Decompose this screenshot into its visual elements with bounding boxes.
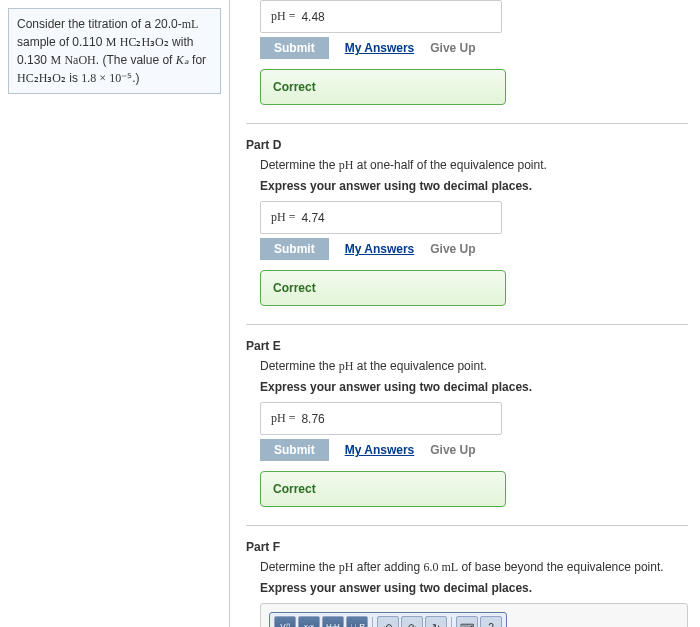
- equation-toolbar: V▯ x·x H·H ↓↓ R ↶ ↷ ↻ ⌨ ?: [269, 612, 507, 627]
- unit-mL: mL: [441, 560, 458, 574]
- ka-symbol: Kₐ: [176, 53, 189, 67]
- give-up-link[interactable]: Give Up: [430, 443, 475, 457]
- ph-var: pH: [339, 560, 354, 574]
- base-formula: NaOH: [64, 53, 95, 67]
- part-instructions: Express your answer using two decimal pl…: [260, 179, 688, 193]
- template-button-2[interactable]: x·x: [298, 616, 320, 627]
- ph-var: pH: [339, 158, 354, 172]
- acid-formula: HC₂H₃O₂: [120, 35, 169, 49]
- give-up-link[interactable]: Give Up: [430, 41, 475, 55]
- give-up-link[interactable]: Give Up: [430, 242, 475, 256]
- part-title: Part D: [246, 138, 688, 152]
- answer-display: pH = 4.74: [260, 201, 502, 234]
- problem-text: .): [132, 71, 139, 85]
- submit-button[interactable]: Submit: [260, 238, 329, 260]
- answer-value: 8.76: [301, 412, 324, 426]
- problem-text: Consider the titration of a 20.0-: [17, 17, 182, 31]
- submit-button[interactable]: Submit: [260, 37, 329, 59]
- problem-text: sample of 0.110: [17, 35, 106, 49]
- toolbar-separator: [372, 617, 373, 627]
- ph-label: pH =: [271, 210, 295, 225]
- part-instructions: Express your answer using two decimal pl…: [260, 380, 688, 394]
- answer-editor: V▯ x·x H·H ↓↓ R ↶ ↷ ↻ ⌨ ? pH =: [260, 603, 688, 627]
- part-prompt: Determine the pH at one-half of the equi…: [260, 158, 688, 173]
- undo-icon[interactable]: ↶: [377, 616, 399, 627]
- correct-feedback: Correct: [260, 69, 506, 105]
- ka-value: 1.8 × 10⁻⁵: [81, 71, 132, 85]
- unit-M: M: [50, 53, 61, 67]
- part-title: Part E: [246, 339, 688, 353]
- problem-statement: Consider the titration of a 20.0-mL samp…: [8, 8, 221, 94]
- amount: 6.0: [423, 560, 441, 574]
- correct-feedback: Correct: [260, 270, 506, 306]
- help-icon[interactable]: ?: [480, 616, 502, 627]
- part-separator: [246, 525, 688, 526]
- unit-mL: mL: [182, 17, 199, 31]
- correct-feedback: Correct: [260, 471, 506, 507]
- answer-value: 4.74: [301, 211, 324, 225]
- acid-formula: HC₂H₃O₂: [17, 71, 66, 85]
- unit-M: M: [106, 35, 117, 49]
- part-separator: [246, 123, 688, 124]
- my-answers-link[interactable]: My Answers: [345, 242, 415, 256]
- redo-icon[interactable]: ↷: [401, 616, 423, 627]
- submit-button[interactable]: Submit: [260, 439, 329, 461]
- template-button-1[interactable]: V▯: [274, 616, 296, 627]
- part-e: Part E Determine the pH at the equivalen…: [246, 339, 688, 507]
- problem-text: is: [66, 71, 81, 85]
- keyboard-icon[interactable]: ⌨: [456, 616, 478, 627]
- template-button-4[interactable]: ↓↓ R: [346, 616, 368, 627]
- toolbar-separator: [451, 617, 452, 627]
- problem-text: for: [189, 53, 206, 67]
- template-button-3[interactable]: H·H: [322, 616, 344, 627]
- part-title: Part F: [246, 540, 688, 554]
- reset-icon[interactable]: ↻: [425, 616, 447, 627]
- answer-value: 4.48: [301, 10, 324, 24]
- problem-text: . (The value of: [96, 53, 176, 67]
- part-instructions: Express your answer using two decimal pl…: [260, 581, 688, 595]
- answer-display: pH = 4.48: [260, 0, 502, 33]
- my-answers-link[interactable]: My Answers: [345, 443, 415, 457]
- part-prompt: Determine the pH at the equivalence poin…: [260, 359, 688, 374]
- part-f: Part F Determine the pH after adding 6.0…: [246, 540, 688, 627]
- part-d: Part D Determine the pH at one-half of t…: [246, 138, 688, 306]
- ph-var: pH: [339, 359, 354, 373]
- ph-label: pH =: [271, 411, 295, 426]
- my-answers-link[interactable]: My Answers: [345, 41, 415, 55]
- part-separator: [246, 324, 688, 325]
- ph-label: pH =: [271, 9, 295, 24]
- answer-display: pH = 8.76: [260, 402, 502, 435]
- part-prompt: Determine the pH after adding 6.0 mL of …: [260, 560, 688, 575]
